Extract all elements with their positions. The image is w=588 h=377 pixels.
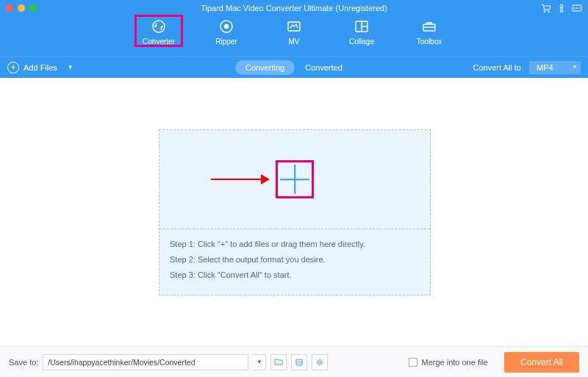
title-bar: Tipard Mac Video Converter Ultimate (Unr… — [0, 0, 588, 16]
instructions: Step 1: Click "+" to add files or drag t… — [159, 229, 430, 290]
sub-toolbar: + Add Files ▼ Converting Converted Conve… — [0, 56, 588, 78]
plus-circle-icon: + — [7, 62, 19, 73]
step-3-text: Step 3: Click "Convert All" to start. — [170, 268, 420, 283]
save-to-group: Save to: /Users/ihappyacethinker/Movies/… — [9, 354, 328, 370]
app-title: Tipard Mac Video Converter Ultimate (Unr… — [0, 4, 588, 12]
ripper-icon — [218, 18, 234, 35]
svg-point-5 — [577, 8, 578, 9]
nav-label: MV — [289, 37, 300, 46]
add-file-plus-button[interactable] — [279, 163, 311, 195]
collage-icon — [354, 18, 370, 35]
nav-label: Toolbox — [417, 37, 442, 46]
nav-converter[interactable]: Converter — [136, 16, 182, 46]
output-format-select[interactable]: MP4 — [529, 61, 581, 74]
svg-point-18 — [318, 361, 321, 364]
add-files-label: Add Files — [24, 63, 57, 72]
nav-label: Collage — [349, 37, 374, 46]
merge-label: Merge into one file — [421, 358, 488, 367]
minimize-window-button[interactable] — [18, 4, 25, 12]
tab-converted[interactable]: Converted — [295, 60, 353, 75]
nav-collage[interactable]: Collage — [339, 16, 384, 46]
converter-icon — [151, 18, 167, 35]
close-window-button[interactable] — [6, 4, 13, 12]
register-icon[interactable] — [557, 4, 566, 12]
save-path-input[interactable]: /Users/ihappyacethinker/Movies/Converted — [43, 354, 248, 370]
svg-point-2 — [560, 4, 563, 7]
tab-converting[interactable]: Converting — [235, 60, 295, 75]
footer-bar: Save to: /Users/ihappyacethinker/Movies/… — [0, 346, 588, 377]
step-1-text: Step 1: Click "+" to add files or drag t… — [170, 237, 420, 252]
save-to-label: Save to: — [9, 358, 38, 367]
step-2-text: Step 2: Select the output format you des… — [170, 252, 420, 268]
nav-toolbox[interactable]: Toolbox — [406, 16, 452, 46]
main-area: Step 1: Click "+" to add files or drag t… — [0, 78, 588, 346]
svg-point-6 — [579, 8, 580, 9]
add-files-button[interactable]: + Add Files ▼ — [7, 62, 74, 73]
cart-icon[interactable] — [541, 4, 551, 12]
open-folder-button[interactable] — [270, 354, 287, 370]
svg-point-0 — [544, 11, 545, 12]
title-right-icons — [541, 4, 582, 12]
drop-top — [159, 130, 430, 229]
nav-ripper[interactable]: Ripper — [204, 16, 249, 46]
mv-icon — [286, 18, 302, 35]
chevron-down-icon[interactable]: ▼ — [68, 64, 74, 71]
toolbox-icon — [421, 18, 437, 35]
svg-point-4 — [575, 8, 576, 9]
nav-mv[interactable]: MV — [271, 16, 317, 46]
settings-button[interactable] — [312, 354, 328, 370]
svg-point-1 — [548, 11, 550, 12]
menu-icon[interactable] — [572, 4, 582, 12]
nav-label: Converter — [143, 37, 175, 46]
svg-text:ON: ON — [297, 360, 303, 365]
hardware-accel-button[interactable]: ON — [291, 354, 307, 370]
drop-zone[interactable]: Step 1: Click "+" to add files or drag t… — [159, 129, 431, 295]
window-controls — [0, 4, 37, 12]
annotation-arrow — [211, 177, 270, 182]
main-nav: Converter Ripper MV Collage Toolbox — [0, 16, 588, 56]
convert-all-button[interactable]: Convert All — [504, 352, 579, 373]
maximize-window-button[interactable] — [29, 4, 37, 12]
save-path-dropdown[interactable]: ▼ — [253, 354, 266, 370]
merge-option: Merge into one file — [409, 358, 488, 367]
convert-all-to-label: Convert All to: — [473, 63, 523, 72]
merge-checkbox[interactable] — [409, 358, 417, 367]
status-tabs: Converting Converted — [235, 60, 353, 75]
convert-all-to: Convert All to: MP4 — [473, 61, 581, 74]
svg-point-9 — [225, 25, 229, 29]
nav-label: Ripper — [215, 37, 237, 46]
save-path-value: /Users/ihappyacethinker/Movies/Converted — [48, 358, 195, 367]
